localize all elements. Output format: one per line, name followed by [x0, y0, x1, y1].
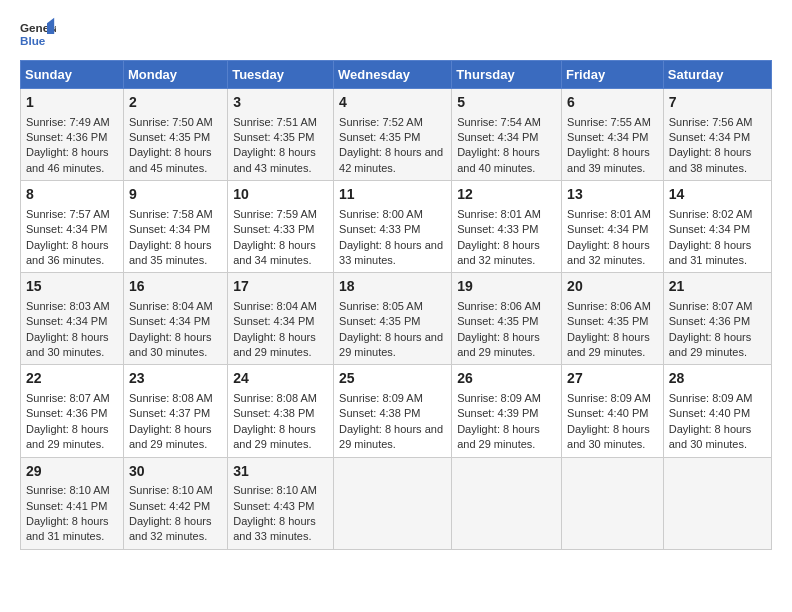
logo-icon: General Blue	[20, 16, 56, 52]
day-number: 31	[233, 462, 328, 482]
calendar-cell: 21Sunrise: 8:07 AMSunset: 4:36 PMDayligh…	[663, 273, 771, 365]
daylight-text: Daylight: 8 hours and 39 minutes.	[567, 146, 650, 173]
sunset-text: Sunset: 4:34 PM	[26, 223, 107, 235]
daylight-text: Daylight: 8 hours and 36 minutes.	[26, 239, 109, 266]
calendar-cell: 30Sunrise: 8:10 AMSunset: 4:42 PMDayligh…	[123, 457, 227, 549]
calendar-table: SundayMondayTuesdayWednesdayThursdayFrid…	[20, 60, 772, 550]
sunrise-text: Sunrise: 8:09 AM	[567, 392, 651, 404]
sunset-text: Sunset: 4:34 PM	[26, 315, 107, 327]
svg-text:Blue: Blue	[20, 34, 46, 47]
daylight-text: Daylight: 8 hours and 32 minutes.	[129, 515, 212, 542]
sunrise-text: Sunrise: 8:09 AM	[457, 392, 541, 404]
sunrise-text: Sunrise: 7:56 AM	[669, 116, 753, 128]
daylight-text: Daylight: 8 hours and 29 minutes.	[339, 331, 443, 358]
sunset-text: Sunset: 4:35 PM	[129, 131, 210, 143]
sunset-text: Sunset: 4:38 PM	[233, 407, 314, 419]
sunrise-text: Sunrise: 8:10 AM	[129, 484, 213, 496]
calendar-cell: 11Sunrise: 8:00 AMSunset: 4:33 PMDayligh…	[334, 181, 452, 273]
sunset-text: Sunset: 4:34 PM	[457, 131, 538, 143]
sunrise-text: Sunrise: 7:51 AM	[233, 116, 317, 128]
calendar-cell: 3Sunrise: 7:51 AMSunset: 4:35 PMDaylight…	[228, 89, 334, 181]
sunset-text: Sunset: 4:34 PM	[129, 315, 210, 327]
sunrise-text: Sunrise: 7:55 AM	[567, 116, 651, 128]
day-number: 3	[233, 93, 328, 113]
calendar-cell: 16Sunrise: 8:04 AMSunset: 4:34 PMDayligh…	[123, 273, 227, 365]
sunset-text: Sunset: 4:33 PM	[457, 223, 538, 235]
col-header-tuesday: Tuesday	[228, 61, 334, 89]
header: General Blue	[20, 16, 772, 52]
sunset-text: Sunset: 4:40 PM	[567, 407, 648, 419]
col-header-saturday: Saturday	[663, 61, 771, 89]
sunrise-text: Sunrise: 8:08 AM	[129, 392, 213, 404]
daylight-text: Daylight: 8 hours and 29 minutes.	[233, 423, 316, 450]
daylight-text: Daylight: 8 hours and 34 minutes.	[233, 239, 316, 266]
sunset-text: Sunset: 4:36 PM	[26, 407, 107, 419]
sunrise-text: Sunrise: 8:03 AM	[26, 300, 110, 312]
sunrise-text: Sunrise: 7:57 AM	[26, 208, 110, 220]
sunset-text: Sunset: 4:38 PM	[339, 407, 420, 419]
sunrise-text: Sunrise: 8:08 AM	[233, 392, 317, 404]
sunset-text: Sunset: 4:33 PM	[339, 223, 420, 235]
day-number: 19	[457, 277, 556, 297]
daylight-text: Daylight: 8 hours and 40 minutes.	[457, 146, 540, 173]
calendar-cell: 24Sunrise: 8:08 AMSunset: 4:38 PMDayligh…	[228, 365, 334, 457]
day-number: 16	[129, 277, 222, 297]
calendar-cell: 13Sunrise: 8:01 AMSunset: 4:34 PMDayligh…	[562, 181, 664, 273]
calendar-cell: 19Sunrise: 8:06 AMSunset: 4:35 PMDayligh…	[452, 273, 562, 365]
sunrise-text: Sunrise: 8:10 AM	[233, 484, 317, 496]
day-number: 22	[26, 369, 118, 389]
calendar-cell: 8Sunrise: 7:57 AMSunset: 4:34 PMDaylight…	[21, 181, 124, 273]
calendar-cell: 17Sunrise: 8:04 AMSunset: 4:34 PMDayligh…	[228, 273, 334, 365]
daylight-text: Daylight: 8 hours and 43 minutes.	[233, 146, 316, 173]
daylight-text: Daylight: 8 hours and 29 minutes.	[669, 331, 752, 358]
calendar-cell: 7Sunrise: 7:56 AMSunset: 4:34 PMDaylight…	[663, 89, 771, 181]
sunset-text: Sunset: 4:36 PM	[669, 315, 750, 327]
calendar-cell: 9Sunrise: 7:58 AMSunset: 4:34 PMDaylight…	[123, 181, 227, 273]
day-number: 10	[233, 185, 328, 205]
day-number: 5	[457, 93, 556, 113]
sunset-text: Sunset: 4:42 PM	[129, 500, 210, 512]
day-number: 12	[457, 185, 556, 205]
sunset-text: Sunset: 4:34 PM	[129, 223, 210, 235]
calendar-cell: 22Sunrise: 8:07 AMSunset: 4:36 PMDayligh…	[21, 365, 124, 457]
sunset-text: Sunset: 4:34 PM	[567, 223, 648, 235]
sunrise-text: Sunrise: 8:07 AM	[669, 300, 753, 312]
calendar-cell: 26Sunrise: 8:09 AMSunset: 4:39 PMDayligh…	[452, 365, 562, 457]
daylight-text: Daylight: 8 hours and 29 minutes.	[129, 423, 212, 450]
daylight-text: Daylight: 8 hours and 29 minutes.	[567, 331, 650, 358]
sunrise-text: Sunrise: 8:06 AM	[457, 300, 541, 312]
sunrise-text: Sunrise: 8:04 AM	[233, 300, 317, 312]
day-number: 21	[669, 277, 766, 297]
day-number: 20	[567, 277, 658, 297]
sunrise-text: Sunrise: 8:00 AM	[339, 208, 423, 220]
daylight-text: Daylight: 8 hours and 35 minutes.	[129, 239, 212, 266]
daylight-text: Daylight: 8 hours and 42 minutes.	[339, 146, 443, 173]
day-number: 18	[339, 277, 446, 297]
sunset-text: Sunset: 4:33 PM	[233, 223, 314, 235]
svg-marker-2	[47, 18, 54, 34]
sunrise-text: Sunrise: 7:52 AM	[339, 116, 423, 128]
daylight-text: Daylight: 8 hours and 29 minutes.	[457, 331, 540, 358]
daylight-text: Daylight: 8 hours and 38 minutes.	[669, 146, 752, 173]
sunrise-text: Sunrise: 8:09 AM	[669, 392, 753, 404]
daylight-text: Daylight: 8 hours and 30 minutes.	[129, 331, 212, 358]
daylight-text: Daylight: 8 hours and 30 minutes.	[26, 331, 109, 358]
sunset-text: Sunset: 4:34 PM	[233, 315, 314, 327]
day-number: 30	[129, 462, 222, 482]
sunset-text: Sunset: 4:35 PM	[339, 315, 420, 327]
day-number: 14	[669, 185, 766, 205]
daylight-text: Daylight: 8 hours and 31 minutes.	[26, 515, 109, 542]
day-number: 8	[26, 185, 118, 205]
calendar-cell: 2Sunrise: 7:50 AMSunset: 4:35 PMDaylight…	[123, 89, 227, 181]
sunset-text: Sunset: 4:35 PM	[233, 131, 314, 143]
calendar-cell: 20Sunrise: 8:06 AMSunset: 4:35 PMDayligh…	[562, 273, 664, 365]
sunrise-text: Sunrise: 8:02 AM	[669, 208, 753, 220]
sunrise-text: Sunrise: 8:07 AM	[26, 392, 110, 404]
sunset-text: Sunset: 4:43 PM	[233, 500, 314, 512]
daylight-text: Daylight: 8 hours and 29 minutes.	[457, 423, 540, 450]
daylight-text: Daylight: 8 hours and 33 minutes.	[233, 515, 316, 542]
week-row-4: 22Sunrise: 8:07 AMSunset: 4:36 PMDayligh…	[21, 365, 772, 457]
calendar-cell: 15Sunrise: 8:03 AMSunset: 4:34 PMDayligh…	[21, 273, 124, 365]
calendar-cell: 1Sunrise: 7:49 AMSunset: 4:36 PMDaylight…	[21, 89, 124, 181]
sunset-text: Sunset: 4:34 PM	[669, 223, 750, 235]
